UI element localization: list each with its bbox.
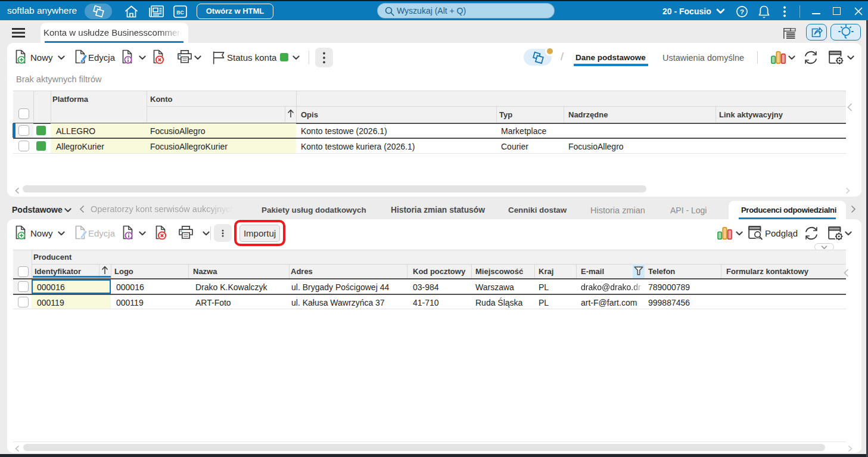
svg-text:BC: BC [176,10,183,15]
svg-text:?: ? [740,8,744,15]
